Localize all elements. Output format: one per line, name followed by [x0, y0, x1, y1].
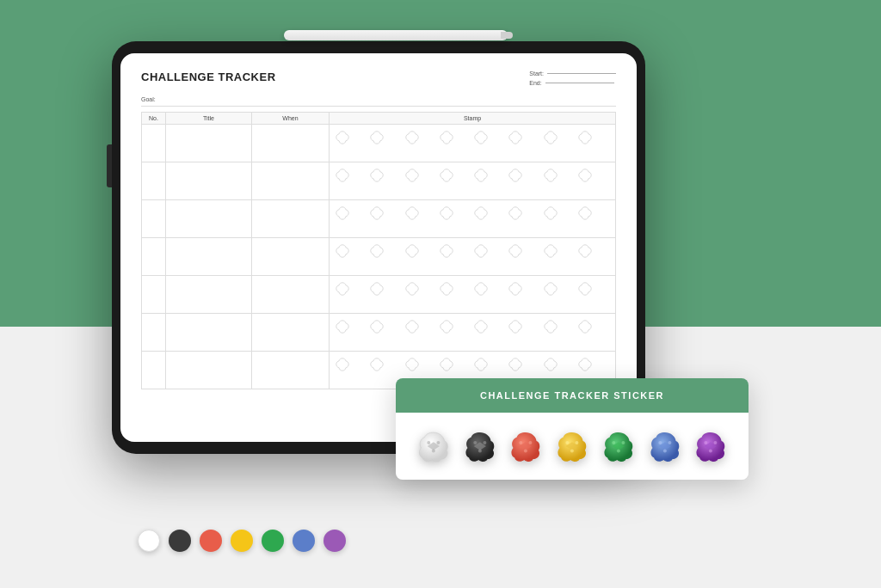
table-row: [142, 125, 616, 162]
cell-title: [166, 162, 252, 200]
stamp-shape: [335, 357, 350, 372]
cell-when: [252, 162, 330, 200]
color-blue[interactable]: [293, 530, 315, 552]
svg-point-19: [714, 441, 718, 444]
color-white[interactable]: [138, 530, 160, 552]
sticker-green[interactable]: [601, 428, 636, 464]
svg-point-10: [576, 441, 579, 444]
svg-point-6: [520, 441, 523, 444]
cell-when: [252, 125, 330, 162]
cell-no: [142, 200, 166, 238]
cell-when: [252, 352, 330, 389]
stamp-shape: [473, 243, 489, 259]
pencil: [284, 26, 508, 45]
stamp-shape: [543, 357, 558, 372]
color-coral[interactable]: [200, 530, 222, 552]
color-circles: [138, 530, 346, 552]
svg-point-4: [483, 441, 486, 444]
col-when: When: [252, 113, 330, 125]
stamp-shape: [543, 243, 558, 259]
svg-point-20: [709, 450, 712, 453]
stamp-shape: [508, 168, 523, 183]
svg-point-9: [565, 441, 569, 444]
svg-point-13: [621, 441, 625, 444]
stamp-shape: [439, 130, 454, 145]
stamp-shape: [335, 319, 350, 334]
stamp-shape: [508, 205, 523, 221]
end-date-row: End:: [529, 80, 616, 86]
cell-stamp: [330, 276, 616, 314]
stamp-shape: [577, 281, 593, 297]
stamp-shape: [508, 243, 523, 259]
stamp-shape: [404, 281, 420, 297]
stamp-shape: [543, 281, 558, 297]
sticker-blue[interactable]: [648, 428, 682, 464]
stamp-shape: [439, 319, 454, 334]
tracker-dates: Start: End:: [529, 70, 616, 86]
cell-stamp: [330, 238, 616, 276]
svg-point-3: [473, 441, 477, 444]
stamp-shape: [577, 319, 593, 334]
pencil-tip: [501, 32, 513, 39]
cell-no: [142, 162, 166, 200]
stamp-shape: [577, 205, 593, 221]
stamp-shape: [369, 319, 385, 334]
stamp-shape: [473, 130, 489, 145]
svg-point-16: [668, 441, 671, 444]
start-line: [547, 73, 616, 74]
stamp-shape: [335, 130, 350, 145]
sticker-coral[interactable]: [508, 428, 543, 464]
svg-point-1: [436, 441, 440, 444]
stamp-shape: [508, 130, 523, 145]
sticker-card: CHALLENGE TRACKER STICKER: [396, 378, 749, 480]
stamp-shape: [439, 243, 454, 259]
stamp-shape: [369, 281, 385, 297]
stamp-shape: [404, 243, 420, 259]
col-no: No.: [142, 113, 166, 125]
col-stamp: Stamp: [330, 113, 616, 125]
stamp-shape: [508, 281, 523, 297]
svg-point-0: [427, 441, 430, 444]
stamp-shape: [335, 168, 350, 183]
stamp-shape: [508, 319, 523, 334]
svg-point-7: [529, 441, 533, 444]
tracker-header: CHALLENGE TRACKER Start: End:: [141, 70, 616, 86]
stamp-shape: [404, 357, 420, 372]
end-line: [545, 83, 614, 83]
stamp-shape: [508, 357, 523, 372]
color-green[interactable]: [262, 530, 284, 552]
cell-no: [142, 238, 166, 276]
stamp-shape: [335, 243, 350, 259]
stamp-shape: [577, 357, 593, 372]
sticker-yellow[interactable]: [555, 428, 589, 464]
stamp-shape: [335, 281, 350, 297]
cell-title: [166, 352, 252, 389]
cell-no: [142, 276, 166, 314]
color-yellow[interactable]: [231, 530, 253, 552]
sticker-purple[interactable]: [693, 428, 728, 464]
stamp-shape: [577, 243, 593, 259]
cell-stamp: [330, 125, 616, 162]
cell-no: [142, 125, 166, 162]
stamp-shape: [439, 205, 454, 221]
sticker-white[interactable]: [416, 428, 451, 464]
stamp-shape: [543, 168, 558, 183]
cell-title: [166, 200, 252, 238]
cell-stamp: [330, 162, 616, 200]
svg-point-14: [617, 450, 620, 453]
cell-title: [166, 314, 252, 352]
stamp-shape: [473, 319, 489, 334]
color-purple[interactable]: [323, 530, 346, 552]
tracker-title: CHALLENGE TRACKER: [141, 70, 276, 83]
svg-point-17: [662, 450, 666, 453]
stamp-shape: [404, 319, 420, 334]
stamp-shape: [543, 130, 558, 145]
svg-point-15: [658, 441, 662, 444]
cell-no: [142, 352, 166, 389]
stamp-shape: [404, 130, 420, 145]
table-row: [142, 276, 616, 314]
color-dark-gray[interactable]: [169, 530, 191, 552]
tracker-goal: Goal:: [141, 96, 616, 107]
cell-when: [252, 314, 330, 352]
sticker-dark-gray[interactable]: [463, 428, 497, 464]
